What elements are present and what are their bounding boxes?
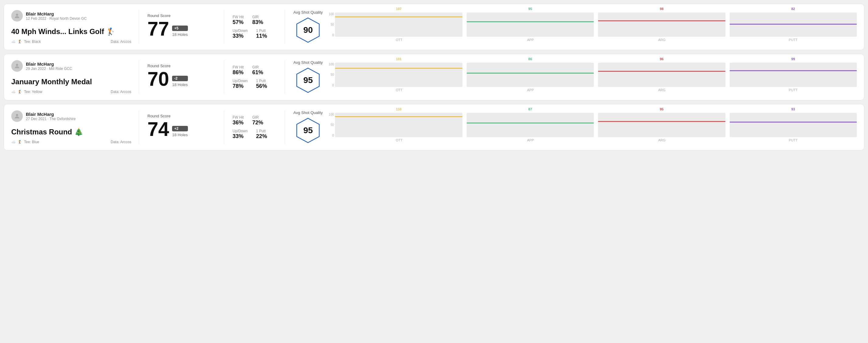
bars-row: 110879593 [335, 113, 857, 137]
bars-row: 101869699 [335, 63, 857, 87]
round-meta: 27 Dec 2021 · The Oxfordshire [26, 117, 76, 121]
round-meta: 29 Jan 2022 · Mill Ride GCC [26, 67, 72, 71]
one-putt-value: 11% [256, 33, 267, 39]
gir-value: 72% [252, 120, 263, 126]
score-row: 74+218 Holes [148, 120, 215, 139]
score-badge-col: +518 Holes [172, 26, 188, 39]
bar-col-putt: 93 [730, 113, 857, 137]
bar-chart-container: 100500110879593OTTAPPARGPUTT [329, 113, 857, 142]
up-down-stat: Up/Down33% [232, 129, 247, 139]
bar-top-label: 96 [660, 57, 663, 61]
bar-col-arg: 98 [598, 12, 725, 37]
fw-hit-value: 57% [232, 19, 244, 26]
gir-label: GIR [252, 15, 263, 19]
avatar [11, 10, 23, 22]
bars-row: 107959882 [335, 12, 857, 37]
holes-label: 18 Holes [172, 83, 188, 87]
gir-stat: GIR83% [252, 15, 263, 26]
bar-col-putt: 99 [730, 63, 857, 87]
stats-row-1: FW Hit57%GIR83% [232, 15, 276, 26]
bar-background [335, 63, 462, 87]
score-section: Round Score74+218 Holes [139, 111, 224, 144]
user-details: Blair McHarg27 Dec 2021 · The Oxfordshir… [26, 112, 76, 121]
hexagon-container: 95 [294, 117, 322, 144]
fw-hit-stat: FW Hit57% [232, 15, 244, 26]
bar-col-ott: 101 [335, 63, 462, 87]
stats-row-1: FW Hit86%GIR61% [232, 65, 276, 76]
chart-inner: 100500107959882 [329, 12, 857, 37]
bar-background [598, 113, 725, 137]
holes-label: 18 Holes [172, 32, 188, 37]
stats-row-2: Up/Down33%1 Putt22% [232, 129, 276, 139]
user-name: Blair McHarg [26, 61, 72, 67]
weather-icon: ☁️ [11, 140, 16, 144]
x-label-ott: OTT [336, 138, 463, 142]
weather-icon: ☁️ [11, 90, 16, 94]
up-down-label: Up/Down [232, 129, 247, 133]
score-diff-badge: +2 [172, 126, 188, 131]
gir-value: 83% [252, 19, 263, 26]
x-labels: OTTAPPARGPUTT [336, 38, 857, 42]
x-label-putt: PUTT [730, 88, 857, 92]
bar-colored-mark [730, 24, 857, 25]
x-label-app: APP [467, 138, 594, 142]
one-putt-stat: 1 Putt22% [256, 129, 267, 139]
bar-top-label: 99 [792, 57, 795, 61]
round-footer: ☁️🏌Tee: BlueData: Arccos [11, 140, 131, 144]
svg-point-4 [16, 114, 18, 116]
bar-colored-mark [335, 17, 462, 17]
bar-background [730, 63, 857, 87]
fw-hit-value: 36% [232, 120, 244, 126]
round-card-1: Blair McHarg12 Feb 2022 · Royal North De… [4, 4, 864, 50]
round-footer: ☁️🏌Tee: BlackData: Arccos [11, 39, 131, 44]
bar-background [730, 113, 857, 137]
x-label-ott: OTT [336, 88, 463, 92]
score-badge-col: +218 Holes [172, 126, 188, 139]
fw-hit-stat: FW Hit36% [232, 115, 244, 126]
left-section: Blair McHarg27 Dec 2021 · The Oxfordshir… [11, 111, 139, 144]
user-info: Blair McHarg27 Dec 2021 · The Oxfordshir… [11, 111, 131, 122]
tee-label: Tee: Yellow [24, 90, 42, 94]
one-putt-label: 1 Putt [256, 29, 267, 33]
bar-col-arg: 96 [598, 63, 725, 87]
avg-quality-section: Avg Shot Quality 90 [293, 10, 323, 44]
bar-top-label: 93 [792, 107, 795, 111]
bar-colored-mark [335, 116, 462, 117]
one-putt-stat: 1 Putt56% [256, 79, 267, 89]
one-putt-value: 22% [256, 133, 267, 139]
x-label-putt: PUTT [730, 138, 857, 142]
round-card-3: Blair McHarg27 Dec 2021 · The Oxfordshir… [4, 104, 864, 151]
x-label-app: APP [467, 88, 594, 92]
right-section: Avg Shot Quality 95 100500110879593OTTAP… [285, 111, 857, 144]
score-section: Round Score70-218 Holes [139, 60, 224, 94]
score-row: 77+518 Holes [148, 19, 215, 39]
fw-hit-value: 86% [232, 69, 244, 76]
bar-top-label: 110 [396, 107, 401, 111]
score-diff-badge: -2 [172, 76, 188, 81]
tee-info: ☁️🏌Tee: Blue [11, 140, 39, 144]
bar-col-app: 86 [467, 63, 594, 87]
round-score-label: Round Score [148, 13, 215, 18]
y-axis: 100500 [329, 113, 334, 137]
gir-label: GIR [252, 65, 263, 69]
x-label-arg: ARG [598, 88, 725, 92]
hex-score: 95 [303, 126, 313, 135]
x-labels: OTTAPPARGPUTT [336, 88, 857, 92]
bar-colored-mark [730, 70, 857, 71]
chart-inner: 100500110879593 [329, 113, 857, 137]
bar-col-app: 95 [467, 12, 594, 37]
svg-point-2 [16, 64, 18, 66]
data-source: Data: Arccos [111, 140, 131, 144]
bar-col-ott: 107 [335, 12, 462, 37]
bar-top-label: 107 [396, 7, 401, 11]
tee-info: ☁️🏌Tee: Black [11, 39, 41, 44]
bar-top-label: 98 [660, 7, 663, 11]
right-section: Avg Shot Quality 90 100500107959882OTTAP… [285, 10, 857, 44]
bar-col-arg: 95 [598, 113, 725, 137]
tee-info: ☁️🏌Tee: Yellow [11, 90, 42, 94]
one-putt-label: 1 Putt [256, 79, 267, 83]
tee-label: Tee: Blue [24, 140, 39, 144]
bar-background [335, 12, 462, 37]
avg-quality-section: Avg Shot Quality 95 [293, 111, 323, 144]
score-badge-col: -218 Holes [172, 76, 188, 89]
